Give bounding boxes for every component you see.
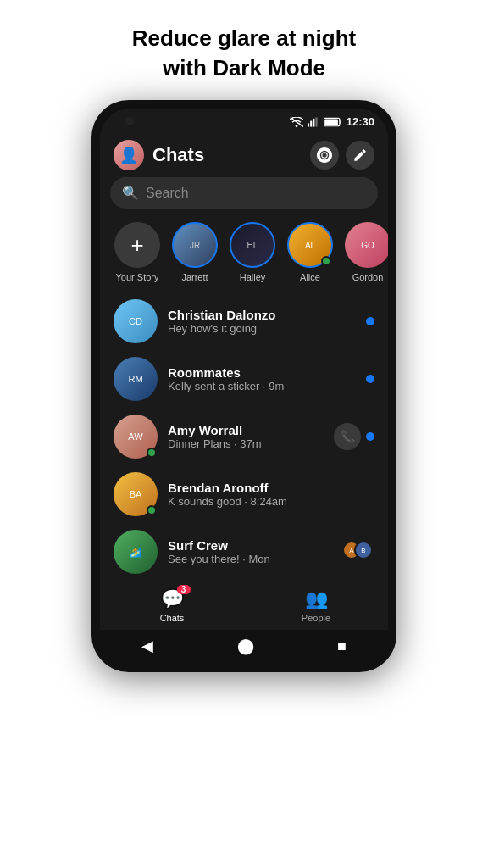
stories-row: + Your Story JR Jarrett HL Hailey — [100, 219, 388, 292]
story-item-your-story[interactable]: + Your Story — [110, 222, 164, 282]
story-item-gordon[interactable]: GO Gordon — [341, 222, 388, 282]
page-headline: Reduce glare at night with Dark Mode — [98, 0, 390, 100]
chat-item-roommates[interactable]: RM Roommates Kelly sent a sticker · 9m — [100, 350, 388, 408]
camera-icon — [317, 147, 332, 163]
header-actions — [310, 141, 374, 170]
back-button[interactable]: ◀ — [141, 637, 153, 655]
compose-button[interactable] — [346, 141, 374, 170]
story-avatar-alice-wrap: AL — [287, 222, 333, 268]
camera-dot — [125, 117, 134, 125]
chat-preview-brendan: K sounds good · 8:24am — [168, 495, 364, 508]
story-label-hailey: Hailey — [240, 272, 266, 282]
chat-info-surf: Surf Crew See you there! · Mon — [168, 538, 332, 565]
chat-item-christian[interactable]: CD Christian Dalonzo Hey how's it going — [100, 292, 388, 350]
battery-icon — [324, 117, 342, 127]
bottom-nav: 💬 3 Chats 👥 People — [100, 581, 388, 630]
story-avatar-jarrett: JR — [172, 222, 218, 268]
signal-icon — [308, 117, 319, 127]
chat-name-brendan: Brendan Aronoff — [168, 481, 364, 495]
chat-item-surf[interactable]: 🏄 Surf Crew See you there! · Mon A B — [100, 523, 388, 581]
story-item-hailey[interactable]: HL Hailey — [225, 222, 280, 282]
chats-nav-label: Chats — [160, 613, 185, 623]
story-avatar-hailey: HL — [230, 222, 275, 268]
search-icon: 🔍 — [122, 185, 139, 201]
chat-preview-surf: See you there! · Mon — [168, 553, 332, 565]
home-button[interactable]: ⬤ — [237, 637, 254, 655]
unread-dot-christian — [366, 317, 374, 326]
chat-info-christian: Christian Dalonzo Hey how's it going — [168, 308, 356, 335]
chat-preview-roommates: Kelly sent a sticker · 9m — [168, 380, 356, 392]
avatar-surf: 🏄 — [114, 530, 158, 574]
status-icons: 12:30 — [290, 115, 374, 128]
chat-meta-surf: A B — [342, 541, 374, 563]
compose-icon — [352, 147, 368, 163]
alice-online-dot — [321, 256, 331, 266]
camera-button[interactable] — [310, 141, 339, 170]
chat-name-surf: Surf Crew — [168, 538, 332, 553]
chat-name-christian: Christian Dalonzo — [168, 308, 356, 322]
recent-button[interactable]: ■ — [337, 637, 347, 655]
status-bar: 12:30 — [100, 108, 388, 131]
people-nav-label: People — [302, 613, 330, 623]
story-add-button[interactable]: + — [114, 222, 160, 268]
chat-info-brendan: Brendan Aronoff K sounds good · 8:24am — [168, 481, 364, 508]
header-title: Chats — [152, 144, 302, 166]
unread-dot-amy — [366, 432, 374, 441]
story-label-gordon: Gordon — [352, 272, 384, 282]
app-header: 👤 Chats — [100, 131, 388, 177]
chat-item-brendan[interactable]: BA Brendan Aronoff K sounds good · 8:24a… — [100, 465, 388, 523]
svg-rect-6 — [324, 119, 338, 125]
unread-dot-roommates — [366, 375, 374, 383]
chat-item-amy[interactable]: AW Amy Worrall Dinner Plans · 37m 📞 — [100, 408, 388, 465]
chat-preview-amy: Dinner Plans · 37m — [168, 437, 324, 450]
search-bar[interactable]: 🔍 Search — [110, 177, 378, 209]
chat-info-amy: Amy Worrall Dinner Plans · 37m — [168, 423, 324, 450]
chat-info-roommates: Roommates Kelly sent a sticker · 9m — [168, 365, 356, 392]
people-nav-icon: 👥 — [305, 588, 328, 610]
amy-online-dot — [147, 448, 157, 458]
chats-badge: 3 — [177, 585, 191, 594]
phone-frame: 12:30 👤 Chats — [92, 100, 396, 672]
chat-preview-christian: Hey how's it going — [168, 322, 356, 335]
avatar-roommates: RM — [114, 357, 158, 401]
chat-list: CD Christian Dalonzo Hey how's it going … — [100, 292, 388, 581]
android-nav-bar: ◀ ⬤ ■ — [100, 630, 388, 664]
chat-name-amy: Amy Worrall — [168, 423, 324, 437]
svg-rect-5 — [340, 120, 341, 124]
brendan-online-dot — [147, 505, 157, 515]
status-time: 12:30 — [347, 115, 374, 128]
story-label-jarrett: Jarrett — [181, 272, 208, 282]
chat-meta-amy: 📞 — [334, 423, 374, 450]
avatar-amy-wrap: AW — [114, 415, 158, 459]
svg-rect-1 — [310, 120, 312, 126]
chat-meta-christian — [366, 317, 374, 326]
svg-rect-2 — [313, 118, 314, 126]
phone-screen: 12:30 👤 Chats — [100, 108, 388, 664]
nav-item-chats[interactable]: 💬 3 Chats — [100, 581, 244, 630]
surf-group-avatar-2: B — [354, 541, 373, 559]
nav-item-people[interactable]: 👥 People — [244, 581, 388, 630]
story-item-alice[interactable]: AL Alice — [283, 222, 337, 282]
svg-rect-3 — [315, 117, 317, 126]
svg-rect-0 — [308, 123, 309, 126]
chat-meta-roommates — [366, 375, 374, 383]
search-placeholder: Search — [146, 186, 189, 201]
avatar-christian: CD — [114, 299, 158, 343]
avatar-brendan-wrap: BA — [114, 472, 158, 516]
story-item-jarrett[interactable]: JR Jarrett — [168, 222, 222, 282]
story-avatar-gordon: GO — [345, 222, 388, 268]
wifi-icon — [290, 117, 303, 127]
story-label-alice: Alice — [300, 272, 320, 282]
chat-name-roommates: Roommates — [168, 365, 356, 380]
story-label-your-story: Your Story — [116, 272, 159, 282]
user-avatar[interactable]: 👤 — [114, 140, 144, 170]
chats-nav-icon: 💬 3 — [161, 588, 184, 610]
call-button-amy[interactable]: 📞 — [334, 423, 361, 450]
